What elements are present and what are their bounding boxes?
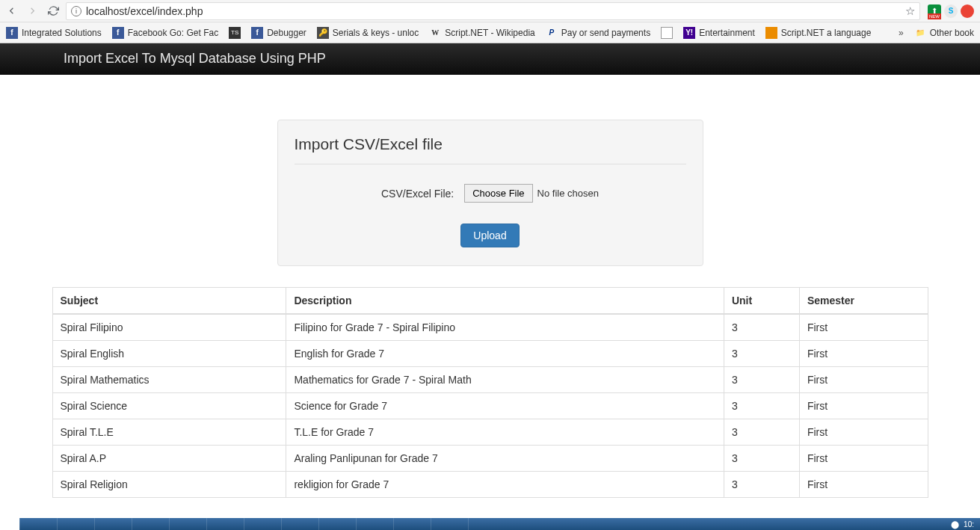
cell-subject: Spiral A.P [52, 446, 286, 472]
address-bar[interactable]: i localhost/excel/index.php ☆ [66, 2, 920, 20]
cell-subject: Spiral Mathematics [52, 367, 286, 393]
table-row: Spiral FilipinoFilipino for Grade 7 - Sp… [52, 314, 928, 341]
cell-subject: Spiral Religion [52, 472, 286, 498]
cell-unit: 3 [724, 393, 799, 419]
cell-subject: Spiral English [52, 341, 286, 367]
table-row: Spiral EnglishEnglish for Grade 73First [52, 341, 928, 367]
bookmark-item[interactable]: Y!Entertainment [683, 27, 755, 39]
site-icon [765, 27, 777, 39]
extension-icon[interactable] [961, 4, 974, 18]
cell-semester: First [799, 314, 928, 341]
table-row: Spiral A.PAraling Panlipunan for Grade 7… [52, 446, 928, 472]
cell-description: Filipino for Grade 7 - Spiral Filipino [286, 314, 724, 341]
browser-chrome: i localhost/excel/index.php ☆ ⬆NEW S fIn… [0, 0, 980, 43]
cell-subject: Spiral T.L.E [52, 419, 286, 446]
cell-description: Araling Panlipunan for Grade 7 [286, 446, 724, 472]
col-subject: Subject [52, 288, 286, 315]
subjects-table: Subject Description Unit Semester Spiral… [52, 287, 928, 498]
cell-unit: 3 [724, 419, 799, 446]
cell-unit: 3 [724, 472, 799, 498]
document-icon [661, 27, 673, 39]
facebook-icon: f [6, 27, 18, 39]
cell-semester: First [799, 393, 928, 419]
cell-unit: 3 [724, 341, 799, 367]
cell-subject: Spiral Science [52, 393, 286, 419]
cell-description: English for Grade 7 [286, 341, 724, 367]
panel-title: Import CSV/Excel file [295, 135, 686, 164]
yahoo-icon: Y! [683, 27, 695, 39]
page-content: Import CSV/Excel file CSV/Excel File: Ch… [0, 75, 980, 498]
other-bookmarks[interactable]: 📁Other book [914, 27, 974, 39]
paypal-icon: P [546, 27, 558, 39]
cell-semester: First [799, 446, 928, 472]
cell-description: T.L.E for Grade 7 [286, 419, 724, 446]
bookmark-item[interactable]: 🔑Serials & keys - unloc [317, 27, 419, 39]
col-unit: Unit [724, 288, 799, 315]
site-info-icon[interactable]: i [71, 6, 81, 16]
back-button[interactable] [3, 3, 19, 19]
folder-icon: 📁 [914, 27, 926, 39]
data-table-wrap: Subject Description Unit Semester Spiral… [52, 287, 928, 498]
cell-description: Science for Grade 7 [286, 393, 724, 419]
bookmark-item[interactable]: PPay or send payments [546, 27, 650, 39]
file-row: CSV/Excel File: Choose File No file chos… [295, 184, 686, 203]
bookmark-item[interactable]: fIntegrated Solutions [6, 27, 102, 39]
bookmark-item[interactable]: WScript.NET - Wikipedia [429, 27, 534, 39]
table-row: Spiral Religionrekligion for Grade 73Fir… [52, 472, 928, 498]
bookmarks-overflow-icon[interactable]: » [899, 28, 904, 38]
url-text: localhost/excel/index.php [86, 5, 901, 17]
upload-button[interactable]: Upload [460, 224, 519, 247]
cell-semester: First [799, 419, 928, 446]
page-title: Import Excel To Mysql Database Using PHP [64, 51, 326, 67]
cell-description: rekligion for Grade 7 [286, 472, 724, 498]
cell-semester: First [799, 341, 928, 367]
table-row: Spiral ScienceScience for Grade 73First [52, 393, 928, 419]
col-semester: Semester [799, 288, 928, 315]
table-row: Spiral T.L.ET.L.E for Grade 73First [52, 419, 928, 446]
bookmark-item[interactable]: fFacebook Go: Get Fac [112, 27, 218, 39]
cell-unit: 3 [724, 314, 799, 341]
col-description: Description [286, 288, 724, 315]
bookmark-star-icon[interactable]: ☆ [905, 4, 915, 18]
cell-semester: First [799, 472, 928, 498]
cell-semester: First [799, 367, 928, 393]
wikipedia-icon: W [429, 27, 441, 39]
extension-icon[interactable]: ⬆NEW [928, 4, 941, 18]
reload-button[interactable] [45, 3, 61, 19]
bookmark-item[interactable] [661, 27, 673, 39]
extension-icons: ⬆NEW S [925, 4, 977, 18]
bookmark-item[interactable]: fDebugger [251, 27, 306, 39]
bookmark-item[interactable]: TS [229, 27, 241, 39]
bookmarks-bar: fIntegrated Solutions fFacebook Go: Get … [0, 22, 980, 43]
site-icon: TS [229, 27, 241, 39]
app-header: Import Excel To Mysql Database Using PHP [0, 43, 980, 75]
forward-button[interactable] [24, 3, 40, 19]
bookmark-item[interactable]: Script.NET a language [765, 27, 872, 39]
choose-file-button[interactable]: Choose File [464, 184, 532, 203]
facebook-icon: f [251, 27, 263, 39]
facebook-icon: f [112, 27, 124, 39]
file-label: CSV/Excel File: [381, 188, 454, 200]
skype-extension-icon[interactable]: S [944, 4, 958, 18]
cell-subject: Spiral Filipino [52, 314, 286, 341]
import-panel: Import CSV/Excel file CSV/Excel File: Ch… [277, 120, 703, 266]
file-status-text: No file chosen [537, 188, 599, 199]
cell-unit: 3 [724, 446, 799, 472]
file-input-group: Choose File No file chosen [464, 184, 599, 203]
browser-nav-row: i localhost/excel/index.php ☆ ⬆NEW S [0, 0, 980, 22]
table-row: Spiral MathematicsMathematics for Grade … [52, 367, 928, 393]
key-icon: 🔑 [317, 27, 329, 39]
table-header-row: Subject Description Unit Semester [52, 288, 928, 315]
cell-unit: 3 [724, 367, 799, 393]
cell-description: Mathematics for Grade 7 - Spiral Math [286, 367, 724, 393]
